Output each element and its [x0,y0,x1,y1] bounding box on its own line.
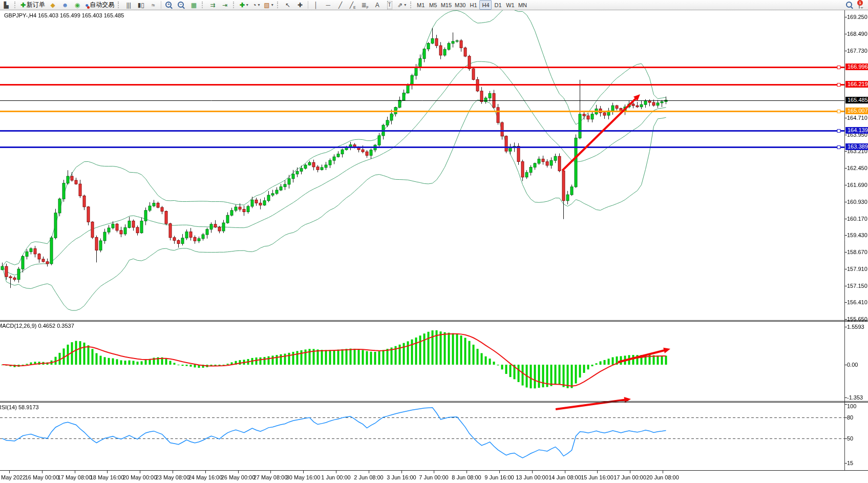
toolbar-drag-handle[interactable] [202,2,204,8]
vertical-line-icon: │ [314,2,318,9]
timeframe-m5-button[interactable]: M5 [427,0,439,10]
periods-icon: ◔ [252,2,256,9]
indicators-icon: ✚ [240,2,245,9]
signals-icon: ◉ [75,2,80,9]
notification-badge: 1 [857,0,863,6]
timeframe-h1-button-label: H1 [470,2,477,8]
toolbar-drag-handle[interactable] [410,2,413,8]
toolbar-separator [308,1,308,9]
toolbar-drag-handle[interactable] [118,2,120,8]
cursor-icon: ↖ [285,2,290,9]
cursor-button[interactable]: ↖ [282,0,294,10]
crosshair-icon: ✚ [298,2,303,9]
timeframe-m30-button[interactable]: M30 [453,0,467,10]
autotrade-icon: ● [85,2,89,9]
price-chart-canvas[interactable] [0,0,868,483]
toolbar-drag-handle[interactable] [233,2,236,8]
text-label-icon: T [387,1,392,9]
chart-shift-button[interactable]: ⇥ [219,0,231,10]
trendline-icon: ╱ [338,2,342,9]
zoom-in-button[interactable]: + [163,0,175,10]
arrows-button[interactable]: ⇗▾ [396,0,408,10]
timeframe-m1-button[interactable]: M1 [415,0,427,10]
fibonacci-sub-icon: F [367,6,369,9]
toolbar-clipped-icon: ▙ [0,0,12,10]
toolbar: ▙✚新订单◆☻◉●自动交易|||▮▯≈+−▦⇉⇥✚▾◔▾▧▾↖✚│─╱╱E≣FA… [0,0,868,10]
text-button[interactable]: A [371,0,384,10]
text-icon: A [375,2,379,9]
timeframe-h4-button-label: H4 [482,2,489,8]
timeframe-h1-button[interactable]: H1 [467,0,479,10]
indicators-button-caret[interactable]: ▾ [246,3,248,7]
magnifier-plus-sign: + [167,3,170,7]
candlestick-icon: ▮▯ [138,2,144,9]
styles-button[interactable]: ◆ [47,0,59,10]
timeframe-w1-button-label: W1 [506,2,515,8]
chat-bubble-icon: 1 [859,2,860,8]
profiles-button[interactable]: ☻ [59,0,71,10]
periods-button-caret[interactable]: ▾ [258,3,260,7]
zoom-out-button[interactable]: − [175,0,187,10]
autotrade-button-label: 自动交易 [90,1,114,9]
arrows-icon: ⇗ [397,2,403,9]
bar-chart-button[interactable]: ||| [122,0,135,10]
timeframe-mn-button[interactable]: MN [516,0,528,10]
timeframe-m5-button-label: M5 [429,2,437,8]
fibonacci-button[interactable]: ≣F [359,0,371,10]
line-chart-icon: ≈ [152,2,155,9]
templates-button-caret[interactable]: ▾ [271,3,273,7]
auto-scroll-button[interactable]: ⇉ [206,0,219,10]
crosshair-button[interactable]: ✚ [294,0,306,10]
channel-sub-icon: E [353,6,356,9]
vertical-line-button[interactable]: │ [310,0,322,10]
candlestick-chart-button[interactable]: ▮▯ [135,0,147,10]
bar-chart-icon: ||| [126,2,131,9]
styles-icon: ◆ [50,2,55,9]
chart-shift-icon: ⇥ [222,2,227,9]
toolbar-drag-handle[interactable] [277,2,280,8]
timeframe-w1-button[interactable]: W1 [504,0,516,10]
toolbar-clipped-icon: ▙ [4,2,8,9]
line-chart-button[interactable]: ≈ [147,0,159,10]
timeframe-mn-button-label: MN [518,2,527,8]
new-order-icon: ✚ [20,2,26,9]
signals-button[interactable]: ◉ [71,0,83,10]
tile-windows-button[interactable]: ▦ [187,0,200,10]
magnifier-minus-sign: − [180,3,182,7]
search-button[interactable] [843,0,856,10]
timeframe-m15-button-label: M15 [441,2,452,8]
arrows-button-caret[interactable]: ▾ [404,3,406,7]
toolbar-separator [161,1,161,9]
periods-button[interactable]: ◔▾ [250,0,262,10]
autotrade-button[interactable]: ●自动交易 [83,0,116,10]
horizontal-line-button[interactable]: ─ [322,0,334,10]
text-label-button[interactable]: T [384,0,396,10]
timeframe-m15-button[interactable]: M15 [439,0,453,10]
new-order-button[interactable]: ✚新订单 [19,0,47,10]
trendline-button[interactable]: ╱ [334,0,347,10]
zoom-out-icon: − [178,2,184,8]
notifications-button[interactable]: 1 [856,0,868,10]
auto-scroll-icon: ⇉ [210,2,215,9]
templates-icon: ▧ [264,2,269,9]
timeframe-m30-button-label: M30 [455,2,465,8]
fibonacci-icon: ≣ [362,2,367,9]
tile-windows-icon: ▦ [191,2,197,9]
search-icon [846,2,852,8]
profiles-icon: ☻ [62,2,69,9]
templates-button[interactable]: ▧▾ [262,0,274,10]
channel-icon: ╱ [350,2,353,9]
equidistant-channel-button[interactable]: ╱E [347,0,359,10]
zoom-in-icon: + [165,2,172,8]
timeframe-d1-button-label: D1 [494,2,501,8]
horizontal-line-icon: ─ [326,2,330,9]
timeframe-h4-button[interactable]: H4 [479,0,492,10]
new-order-button-label: 新订单 [27,1,45,9]
timeframe-d1-button[interactable]: D1 [492,0,504,10]
terminal-window: ▙✚新订单◆☻◉●自动交易|||▮▯≈+−▦⇉⇥✚▾◔▾▧▾↖✚│─╱╱E≣FA… [0,0,868,483]
timeframe-m1-button-label: M1 [417,2,425,8]
toolbar-drag-handle[interactable] [14,2,17,8]
indicators-button[interactable]: ✚▾ [238,0,250,10]
